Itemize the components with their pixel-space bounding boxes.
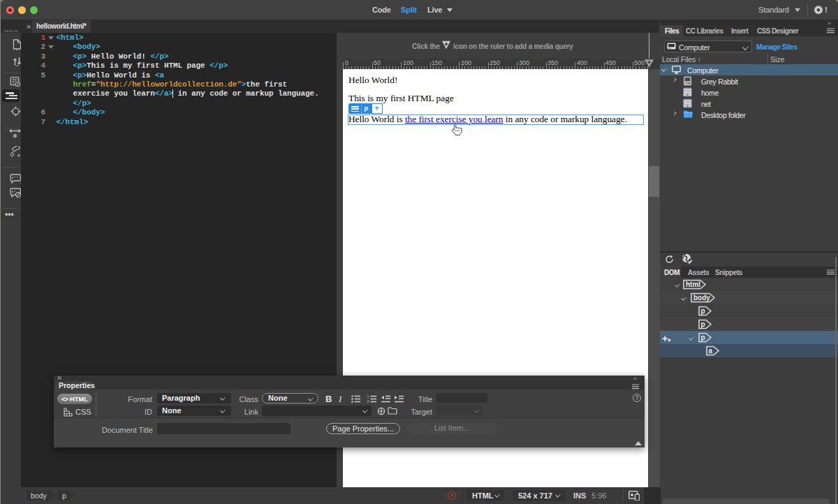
svg-text:a: a (709, 347, 713, 355)
svg-text:1: 1 (367, 395, 369, 399)
svg-text:html: html (686, 281, 700, 288)
svg-text:2: 2 (367, 399, 369, 403)
svg-text:p: p (701, 334, 705, 341)
svg-text:body: body (693, 294, 710, 302)
svg-text:p: p (701, 307, 705, 315)
svg-text:p: p (701, 320, 705, 328)
